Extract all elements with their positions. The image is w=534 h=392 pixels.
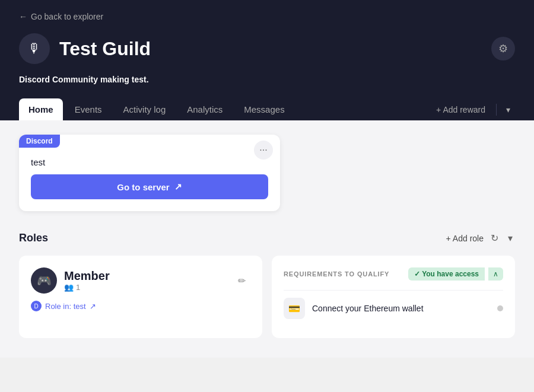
requirements-header: REQUIREMENTS TO QUALIFY ✓ You have acces… [284, 267, 503, 281]
back-link-label: Go back to explorer [31, 12, 103, 21]
guild-title: Test Guild [59, 38, 151, 60]
you-have-access-badge: ✓ You have access [408, 267, 485, 281]
gear-icon: ⚙ [498, 42, 508, 55]
refresh-icon: ↻ [491, 233, 498, 243]
tab-activity-log[interactable]: Activity log [114, 98, 176, 120]
roles-header: Roles + Add role ↻ ▾ [19, 230, 515, 246]
guild-description: Discord Community making test. [19, 75, 515, 84]
tabs-row: Home Events Activity log Analytics Messa… [19, 98, 515, 120]
more-icon: ··· [259, 145, 267, 155]
tabs-right: + Add reward ▾ [430, 101, 515, 118]
refresh-button[interactable]: ↻ [488, 230, 501, 246]
wallet-icon: 💳 [284, 298, 305, 319]
card-more-button[interactable]: ··· [254, 141, 273, 160]
tabs-left: Home Events Activity log Analytics Messa… [19, 98, 294, 120]
collapse-icon: ∧ [493, 270, 498, 278]
roles-title: Roles [19, 232, 48, 244]
go-to-server-button[interactable]: Go to server ↗ [31, 174, 268, 199]
role-in-server: D Role in: test ↗ [31, 301, 250, 311]
back-arrow-icon: ← [19, 12, 27, 21]
requirements-card: REQUIREMENTS TO QUALIFY ✓ You have acces… [272, 256, 515, 338]
role-members: 👥 1 [64, 283, 110, 292]
role-card-top: 🎮 Member 👥 1 ✏ [31, 267, 250, 294]
external-link-icon: ↗ [90, 302, 96, 311]
role-name: Member [64, 269, 110, 283]
access-badge: ✓ You have access ∧ [408, 267, 503, 281]
tab-messages[interactable]: Messages [234, 98, 294, 120]
settings-button[interactable]: ⚙ [491, 37, 515, 60]
roles-collapse-button[interactable]: ▾ [506, 230, 515, 246]
discord-card: Discord ··· test Go to server ↗ [19, 135, 280, 211]
discord-small-icon: D [31, 301, 42, 311]
guild-icon: 🎙 [19, 33, 50, 64]
external-link-icon: ↗ [174, 181, 182, 192]
tab-home[interactable]: Home [19, 98, 63, 120]
access-collapse-button[interactable]: ∧ [488, 267, 503, 281]
req-text: Connect your Ethereum wallet [312, 304, 424, 313]
edit-role-button[interactable]: ✏ [233, 273, 250, 289]
add-reward-label: + Add reward [436, 105, 485, 114]
req-left: 💳 Connect your Ethereum wallet [284, 298, 424, 319]
divider [496, 104, 497, 116]
roles-content: 🎮 Member 👥 1 ✏ D [19, 256, 515, 338]
roles-actions: + Add role ↻ ▾ [446, 230, 515, 246]
main-content: Discord ··· test Go to server ↗ Roles + … [0, 120, 534, 358]
members-count: 1 [76, 283, 80, 292]
back-link[interactable]: ← Go back to explorer [19, 12, 515, 21]
tab-events[interactable]: Events [65, 98, 112, 120]
server-name: test [19, 148, 280, 174]
role-in-label: Role in: test [45, 302, 86, 311]
role-avatar: 🎮 [31, 267, 57, 294]
reward-collapse-button[interactable]: ▾ [501, 103, 515, 117]
guild-icon-symbol: 🎙 [28, 41, 41, 56]
add-reward-button[interactable]: + Add reward [430, 101, 491, 118]
tab-analytics[interactable]: Analytics [177, 98, 232, 120]
role-info: 🎮 Member 👥 1 [31, 267, 110, 294]
guild-header-row: 🎙 Test Guild ⚙ [19, 33, 515, 64]
edit-icon: ✏ [238, 276, 246, 286]
role-avatar-icon: 🎮 [37, 273, 52, 288]
role-details: Member 👥 1 [64, 269, 110, 292]
add-role-label: + Add role [446, 234, 484, 243]
requirement-row: 💳 Connect your Ethereum wallet [284, 290, 503, 326]
discord-badge: Discord [19, 135, 60, 148]
chevron-down-icon: ▾ [508, 233, 513, 243]
role-card: 🎮 Member 👥 1 ✏ D [19, 256, 262, 338]
go-to-server-label: Go to server [117, 182, 169, 192]
req-status-indicator [497, 305, 503, 311]
add-role-button[interactable]: + Add role [446, 234, 484, 243]
chevron-down-icon: ▾ [506, 105, 510, 114]
page-header: ← Go back to explorer 🎙 Test Guild ⚙ Dis… [0, 0, 534, 120]
guild-title-area: 🎙 Test Guild [19, 33, 151, 64]
requirements-label: REQUIREMENTS TO QUALIFY [284, 270, 389, 278]
members-icon: 👥 [64, 283, 74, 292]
